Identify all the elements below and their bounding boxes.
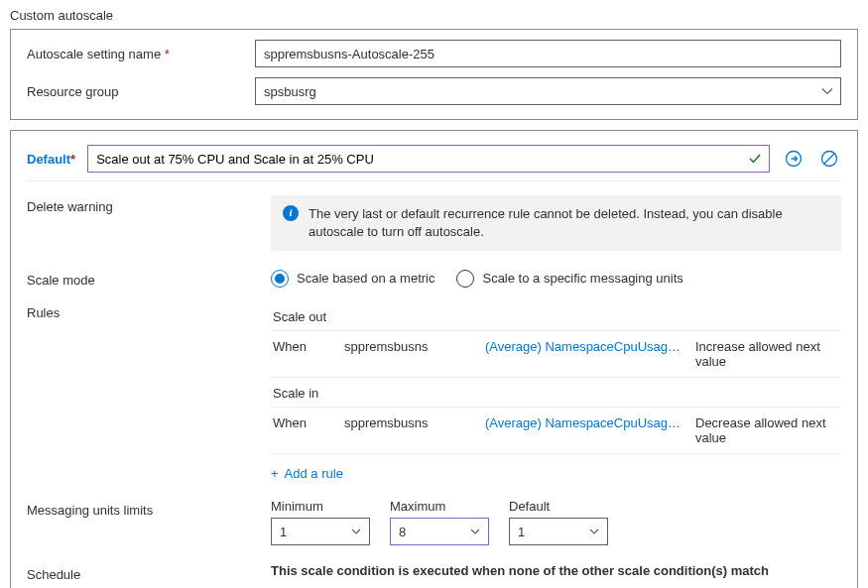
default-label: Default* [27,152,75,167]
scale-out-header: Scale out [271,301,841,331]
default-limit-label: Default [509,499,608,514]
autoscale-name-input[interactable] [255,40,841,67]
chevron-down-icon [351,527,361,536]
minimum-label: Minimum [271,499,370,514]
rule-when: When [273,415,332,445]
rule-metric-link[interactable]: (Average) NamespaceCpuUsag… [485,339,683,369]
rule-when: When [273,339,332,369]
limits-label: Messaging units limits [27,499,271,518]
rules-label: Rules [27,301,271,320]
add-rule-button[interactable]: + Add a rule [271,466,343,481]
confirm-button[interactable] [782,147,806,171]
resource-group-label: Resource group [27,84,255,99]
rule-resource: sppremsbusns [344,415,473,445]
chevron-down-icon [470,527,480,536]
schedule-label: Schedule [27,563,271,582]
radio-icon [456,270,474,288]
default-select[interactable]: 1 [509,518,608,545]
rule-action: Decrease allowed next value [695,415,839,445]
schedule-text: This scale condition is executed when no… [271,563,841,578]
scale-mode-metric-radio[interactable]: Scale based on a metric [271,270,434,288]
scale-mode-specific-radio[interactable]: Scale to a specific messaging units [456,270,682,288]
resource-group-select[interactable] [255,77,841,105]
radio-icon [271,270,289,288]
info-icon: i [283,205,299,221]
table-row[interactable]: When sppremsbusns (Average) NamespaceCpu… [271,331,841,378]
maximum-select[interactable]: 8 [390,518,489,545]
table-row[interactable]: When sppremsbusns (Average) NamespaceCpu… [271,408,841,454]
rule-metric-link[interactable]: (Average) NamespaceCpuUsag… [485,415,683,445]
rule-action: Increase allowed next value [695,339,839,369]
scale-mode-label: Scale mode [27,269,271,288]
plus-icon: + [271,466,279,481]
delete-warning-banner: i The very last or default recurrence ru… [271,195,841,251]
scale-mode-metric-label: Scale based on a metric [297,271,434,286]
svg-line-2 [824,154,834,164]
scale-mode-specific-label: Scale to a specific messaging units [482,271,682,286]
delete-warning-text: The very last or default recurrence rule… [309,205,829,241]
autoscale-name-label: Autoscale setting name * [27,47,255,61]
scale-in-header: Scale in [271,378,841,408]
check-icon [748,152,762,166]
settings-box: Autoscale setting name * Resource group [10,29,858,120]
chevron-down-icon [589,527,599,536]
condition-name-input[interactable] [87,145,770,173]
maximum-label: Maximum [390,499,489,514]
page-title: Custom autoscale [10,8,858,23]
minimum-select[interactable]: 1 [271,518,370,545]
rule-resource: sppremsbusns [344,339,473,369]
cancel-button[interactable] [817,147,841,171]
default-condition-box: Default* Delete warning i The very last … [10,130,858,588]
delete-warning-label: Delete warning [27,195,271,214]
